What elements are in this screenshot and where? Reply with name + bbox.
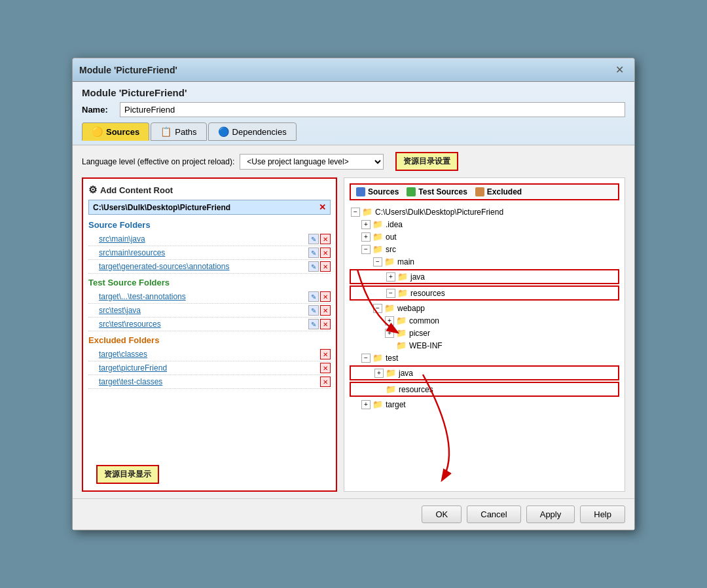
- tree-expander[interactable]: +: [361, 400, 371, 409]
- folder-icon: 📁: [397, 272, 408, 282]
- tree-expander[interactable]: +: [361, 232, 371, 242]
- tree-node[interactable]: + 📁 out: [350, 230, 619, 243]
- tree-label: .idea: [386, 220, 403, 229]
- right-panel: Sources Test Sources Excluded: [344, 177, 625, 492]
- content-area: Language level (effective on project rel…: [73, 145, 634, 498]
- source-folder-2-remove[interactable]: ✕: [320, 248, 331, 258]
- list-item: target\test-classes ✕: [88, 375, 331, 389]
- apply-button[interactable]: Apply: [526, 505, 575, 523]
- source-folder-3[interactable]: target\generated-sources\annotations: [99, 262, 229, 271]
- tab-sources-label: Sources: [106, 127, 139, 137]
- language-select[interactable]: <Use project language level>: [240, 154, 384, 170]
- close-button[interactable]: ✕: [611, 62, 628, 77]
- tab-dependencies[interactable]: 🔵 Dependencies: [208, 122, 297, 141]
- dialog-header: Module 'PictureFriend' Name: 🟡 Sources 📋…: [73, 82, 634, 145]
- name-input[interactable]: [120, 102, 625, 117]
- help-button[interactable]: Help: [580, 505, 625, 523]
- folder-icon: 📁: [397, 288, 408, 298]
- annotation-bottom: 资源目录显示: [96, 465, 159, 484]
- source-folder-3-remove[interactable]: ✕: [320, 261, 331, 272]
- remove-root-button[interactable]: ✕: [319, 202, 326, 212]
- add-content-root[interactable]: ⚙ Add Content Root: [88, 184, 331, 196]
- folder-icon: 📁: [372, 219, 383, 229]
- excluded-folder-1-remove[interactable]: ✕: [320, 349, 331, 359]
- test-folder-2[interactable]: src\test\java: [99, 306, 141, 315]
- source-folder-3-edit[interactable]: ✎: [308, 261, 319, 272]
- excluded-folder-1-actions: ✕: [320, 349, 331, 359]
- ok-button[interactable]: OK: [422, 505, 462, 523]
- list-item: target\pictureFriend ✕: [88, 361, 331, 375]
- badge-excluded[interactable]: Excluded: [475, 187, 522, 196]
- excluded-folder-2[interactable]: target\pictureFriend: [99, 363, 167, 373]
- test-folder-1-edit[interactable]: ✎: [308, 291, 319, 302]
- tree-node[interactable]: + 📁 .idea: [350, 218, 619, 230]
- folder-icon: 📁: [386, 368, 396, 378]
- tree-label: target: [386, 400, 406, 409]
- test-folder-2-edit[interactable]: ✎: [308, 305, 319, 316]
- test-folder-1-actions: ✎ ✕: [308, 291, 331, 302]
- tree-label: webapp: [397, 304, 425, 313]
- test-folder-2-actions: ✎ ✕: [308, 305, 331, 316]
- tree-expander[interactable]: +: [385, 329, 394, 338]
- tab-paths[interactable]: 📋 Paths: [151, 122, 206, 141]
- test-folder-3[interactable]: src\test\resources: [99, 320, 161, 329]
- source-folder-1[interactable]: src\main\java: [99, 234, 145, 244]
- source-folder-2-actions: ✎ ✕: [308, 248, 331, 258]
- tree-label: java: [399, 369, 413, 378]
- source-folder-3-actions: ✎ ✕: [308, 261, 331, 272]
- tree-node-highlighted[interactable]: − 📁 resources: [350, 285, 619, 301]
- list-item: src\test\java ✎ ✕: [88, 304, 331, 318]
- tree-node[interactable]: − 📁 test: [350, 352, 619, 364]
- tree-node-highlighted-green[interactable]: 📁 resources: [350, 382, 619, 397]
- tree-expander[interactable]: −: [386, 289, 395, 298]
- test-folder-3-remove[interactable]: ✕: [320, 319, 331, 329]
- tree-node[interactable]: − 📁 main: [350, 255, 619, 268]
- tree-expander[interactable]: −: [361, 354, 371, 363]
- tree-node-highlighted-green[interactable]: + 📁 java: [350, 365, 619, 380]
- tree-node[interactable]: 📁 WEB-INF: [350, 339, 619, 352]
- tree-expander[interactable]: +: [385, 316, 394, 325]
- list-item: src\main\resources ✎ ✕: [88, 246, 331, 260]
- tree-expander[interactable]: +: [374, 369, 384, 378]
- cancel-button[interactable]: Cancel: [467, 505, 520, 523]
- paths-icon: 📋: [160, 126, 172, 137]
- tree-label: src: [386, 245, 396, 254]
- source-folder-2[interactable]: src\main\resources: [99, 248, 165, 257]
- excluded-folder-1[interactable]: target\classes: [99, 350, 147, 359]
- badge-sources[interactable]: Sources: [356, 187, 399, 196]
- source-folder-2-edit[interactable]: ✎: [308, 248, 319, 258]
- tab-sources[interactable]: 🟡 Sources: [82, 122, 149, 141]
- tree-node[interactable]: + 📁 target: [350, 398, 619, 411]
- list-item: target\...\test-annotations ✎ ✕: [88, 290, 331, 304]
- badge-test-sources[interactable]: Test Sources: [407, 187, 467, 196]
- tree-node[interactable]: − 📁 C:\Users\Dulk\Desktop\PictureFriend: [350, 206, 619, 218]
- tree-node[interactable]: + 📁 common: [350, 314, 619, 327]
- tree-expander[interactable]: −: [351, 208, 360, 217]
- excluded-folder-2-remove[interactable]: ✕: [320, 363, 331, 373]
- folder-icon: 📁: [372, 353, 383, 363]
- name-label: Name:: [82, 105, 115, 115]
- test-folder-3-actions: ✎ ✕: [308, 319, 331, 329]
- module-dialog: Module 'PictureFriend' ✕ Module 'Picture…: [72, 58, 635, 530]
- tree-node[interactable]: − 📁 src: [350, 243, 619, 255]
- tree-expander[interactable]: +: [386, 272, 395, 282]
- test-folder-2-remove[interactable]: ✕: [320, 305, 331, 316]
- tree-node-highlighted[interactable]: + 📁 java: [350, 269, 619, 284]
- excluded-folder-3-remove[interactable]: ✕: [320, 377, 331, 387]
- tree-node[interactable]: + 📁 picser: [350, 327, 619, 339]
- source-folder-1-edit[interactable]: ✎: [308, 234, 319, 244]
- test-folder-1[interactable]: target\...\test-annotations: [99, 292, 186, 301]
- tree-label: main: [397, 257, 414, 266]
- source-folder-1-remove[interactable]: ✕: [320, 234, 331, 244]
- test-folder-1-remove[interactable]: ✕: [320, 291, 331, 302]
- tree-expander[interactable]: −: [373, 304, 382, 313]
- test-folder-3-edit[interactable]: ✎: [308, 319, 319, 329]
- tree-node[interactable]: − 📁 webapp: [350, 302, 619, 314]
- excluded-folder-3[interactable]: target\test-classes: [99, 377, 162, 386]
- tree-expander[interactable]: −: [361, 245, 371, 254]
- tree-expander[interactable]: −: [373, 257, 382, 266]
- file-tree: − 📁 C:\Users\Dulk\Desktop\PictureFriend …: [350, 206, 619, 411]
- folder-icon: 📁: [396, 316, 407, 325]
- content-root-path-row: C:\Users\Dulk\Desktop\PictureFriend ✕: [88, 200, 331, 215]
- tree-expander[interactable]: +: [361, 220, 371, 229]
